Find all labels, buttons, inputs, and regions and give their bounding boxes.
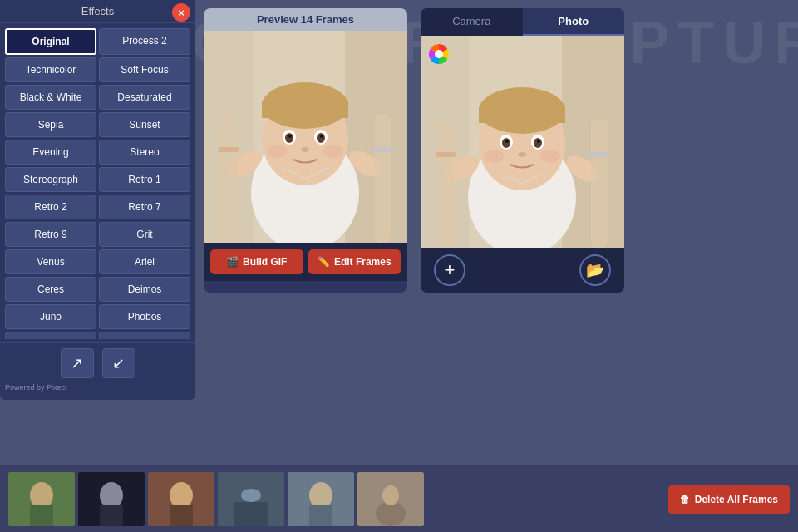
svg-point-14 (301, 147, 309, 152)
effect-btn-soft_focus[interactable]: Soft Focus (99, 57, 190, 82)
svg-rect-47 (589, 152, 609, 157)
filmstrip: 🗑 Delete All Frames (0, 466, 798, 532)
download-button[interactable]: ↙ (102, 348, 135, 378)
photo-panel: Camera Photo (421, 8, 624, 293)
baby-photo-svg (421, 36, 624, 248)
powered-by-text: Powered by Pixect (0, 382, 195, 393)
effects-title: Effects (81, 5, 115, 17)
effect-btn-rheas[interactable]: Rheas (5, 332, 96, 339)
effect-btn-deimos[interactable]: Deimos (99, 277, 190, 302)
effect-btn-juno[interactable]: Juno (5, 304, 96, 329)
effects-panel: Effects × OriginalProcess 2TechnicolorSo… (0, 0, 195, 400)
filmstrip-thumb-6[interactable] (357, 472, 424, 526)
filmstrip-thumb-4[interactable] (218, 472, 284, 526)
effects-grid: OriginalProcess 2TechnicolorSoft FocusBl… (0, 23, 195, 339)
baby-preview-svg (204, 31, 407, 243)
svg-rect-32 (479, 106, 565, 123)
tab-photo[interactable]: Photo (523, 8, 625, 36)
svg-point-10 (285, 133, 293, 143)
svg-point-65 (382, 485, 399, 505)
effect-btn-retro7[interactable]: Retro 7 (99, 195, 190, 219)
open-folder-button[interactable]: 📂 (579, 254, 611, 286)
photo-tab-label: Photo (558, 15, 589, 27)
effect-btn-sepia[interactable]: Sepia (5, 112, 96, 137)
effect-btn-process2[interactable]: Process 2 (99, 28, 190, 55)
effect-btn-sunset[interactable]: Sunset (99, 112, 190, 137)
build-gif-button[interactable]: 🎬 Build GIF (210, 249, 303, 274)
svg-rect-45 (591, 119, 608, 248)
filmstrip-thumb-5[interactable] (288, 472, 354, 526)
svg-point-16 (323, 145, 343, 158)
svg-point-13 (320, 135, 323, 138)
svg-point-55 (170, 482, 193, 509)
filmstrip-thumb-2[interactable] (78, 472, 145, 526)
share-icon: ↗ (71, 354, 83, 372)
close-button[interactable]: × (172, 3, 190, 22)
svg-point-39 (518, 152, 526, 157)
svg-rect-22 (372, 147, 392, 152)
share-button[interactable]: ↗ (61, 348, 94, 378)
svg-point-58 (241, 489, 261, 502)
preview-header: Preview 14 Frames (204, 8, 407, 31)
svg-point-24 (435, 50, 443, 58)
edit-frames-label: Edit Frames (334, 256, 392, 268)
trash-icon: 🗑 (680, 494, 690, 505)
svg-point-11 (317, 133, 325, 143)
effect-btn-triton[interactable]: Triton (99, 332, 190, 339)
effect-btn-retro9[interactable]: Retro 9 (5, 222, 96, 247)
filmstrip-thumb-1[interactable] (8, 472, 75, 526)
effects-footer: ↗ ↙ (0, 342, 195, 382)
effect-btn-technicolor[interactable]: Technicolor (5, 57, 96, 82)
svg-point-36 (534, 138, 542, 148)
effect-btn-venus[interactable]: Venus (5, 249, 96, 274)
effect-btn-original[interactable]: Original (5, 28, 96, 55)
svg-rect-19 (220, 114, 237, 243)
effect-btn-desaturated[interactable]: Desaturated (99, 85, 190, 110)
svg-rect-62 (309, 505, 332, 526)
filmstrip-thumb-3[interactable] (148, 472, 214, 526)
add-photo-button[interactable]: + (434, 254, 466, 286)
effect-btn-black_white[interactable]: Black & White (5, 85, 96, 110)
effect-btn-stereo[interactable]: Stereo (99, 140, 190, 165)
delete-all-label: Delete All Frames (695, 494, 778, 505)
effect-btn-ariel[interactable]: Ariel (99, 249, 190, 274)
svg-rect-7 (262, 101, 348, 118)
effect-btn-grit[interactable]: Grit (99, 222, 190, 247)
svg-rect-59 (234, 502, 268, 526)
effect-btn-retro2[interactable]: Retro 2 (5, 195, 96, 219)
color-logo (427, 42, 451, 66)
svg-rect-50 (30, 505, 53, 526)
edit-frames-button[interactable]: ✏️ Edit Frames (308, 249, 401, 274)
preview-title: Preview 14 Frames (257, 13, 354, 26)
effect-btn-ceres[interactable]: Ceres (5, 277, 96, 302)
svg-point-12 (288, 135, 292, 138)
photo-image (421, 36, 624, 248)
svg-point-49 (30, 482, 53, 509)
effect-btn-retro1[interactable]: Retro 1 (99, 167, 190, 192)
effects-header: Effects × (0, 0, 195, 23)
photo-footer: + 📂 (421, 248, 624, 293)
build-gif-label: Build GIF (243, 256, 287, 268)
svg-rect-56 (170, 505, 193, 526)
effect-btn-evening[interactable]: Evening (5, 140, 96, 165)
svg-point-61 (309, 482, 332, 509)
svg-point-41 (540, 150, 560, 163)
edit-frames-icon: ✏️ (318, 256, 330, 268)
photo-tabs: Camera Photo (421, 8, 624, 36)
download-icon: ↙ (112, 354, 125, 372)
svg-point-37 (505, 140, 509, 143)
svg-point-15 (267, 145, 287, 158)
tab-camera[interactable]: Camera (421, 8, 523, 36)
build-gif-icon: 🎬 (226, 256, 239, 268)
delete-all-button[interactable]: 🗑 Delete All Frames (668, 485, 790, 514)
effect-btn-stereograph[interactable]: Stereograph (5, 167, 96, 192)
preview-footer: 🎬 Build GIF ✏️ Edit Frames (204, 243, 407, 281)
svg-rect-44 (437, 119, 454, 248)
svg-point-38 (537, 140, 540, 143)
preview-panel: Preview 14 Frames (204, 8, 407, 293)
svg-rect-46 (436, 152, 456, 157)
svg-point-52 (100, 482, 123, 509)
effect-btn-phobos[interactable]: Phobos (99, 304, 190, 329)
svg-rect-53 (100, 505, 123, 526)
svg-rect-21 (219, 147, 239, 152)
